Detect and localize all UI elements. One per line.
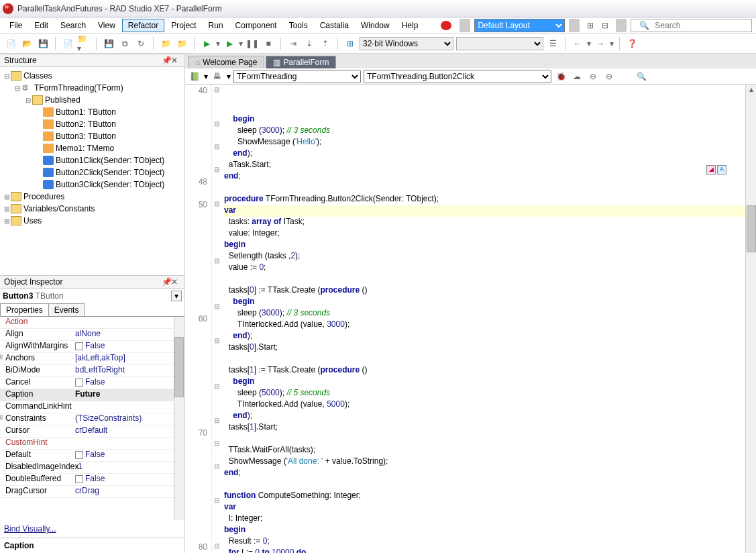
- back-icon[interactable]: ←: [571, 37, 584, 50]
- chevron-down-icon[interactable]: ▾: [171, 291, 182, 301]
- menu-edit[interactable]: Edit: [29, 19, 54, 32]
- prop-row-commandlinkhint[interactable]: CommandLinkHint: [0, 401, 184, 413]
- tree-method-1[interactable]: Button2Click(Sender: TObject): [1, 166, 183, 179]
- fwd-icon[interactable]: →: [594, 37, 607, 50]
- platform-select[interactable]: 32-bit Windows: [360, 37, 453, 50]
- menu-help[interactable]: Help: [396, 19, 424, 32]
- record-icon[interactable]: [441, 21, 451, 30]
- ladybug-icon[interactable]: 🐞: [554, 70, 568, 83]
- menu-component[interactable]: Component: [230, 19, 282, 32]
- folder2-icon[interactable]: 📁: [175, 37, 188, 50]
- method-combo[interactable]: TFormThreading.Button2Click: [364, 70, 551, 83]
- prop-row-anchors[interactable]: Anchors[akLeft,akTop]: [0, 353, 184, 365]
- tree-item-2[interactable]: Button3: TButton: [1, 130, 183, 142]
- prop-row-constraints[interactable]: Constraints(TSizeConstraints): [0, 413, 184, 425]
- prop-row-action[interactable]: Action: [0, 317, 184, 329]
- pause-icon[interactable]: ❚❚: [246, 37, 259, 50]
- prop-row-disabledimageindex[interactable]: DisabledImageIndex-1: [0, 462, 184, 474]
- editor-tab-parallelform[interactable]: ▥ParallelForm: [266, 56, 336, 68]
- menu-search[interactable]: Search: [55, 19, 91, 32]
- prop-row-bidimode[interactable]: BiDiModebdLeftToRight: [0, 365, 184, 377]
- cloud-icon[interactable]: ☁: [570, 70, 584, 83]
- step-out-icon[interactable]: ⇡: [319, 37, 332, 50]
- editor-scrollbar[interactable]: ▴: [745, 85, 756, 553]
- book-icon[interactable]: 📗: [188, 70, 201, 83]
- folder-icon[interactable]: 📁: [159, 37, 172, 50]
- step-over-icon[interactable]: ⇥: [286, 37, 300, 50]
- search-box[interactable]: 🔍: [631, 19, 752, 32]
- config-select[interactable]: [456, 37, 543, 50]
- scrollbar-thumb[interactable]: [174, 337, 184, 397]
- menu-project[interactable]: Project: [166, 19, 201, 32]
- menu-refactor[interactable]: Refactor: [122, 19, 164, 32]
- run-icon[interactable]: ▶: [200, 37, 213, 50]
- menu-run[interactable]: Run: [203, 19, 229, 32]
- prop-row-cursor[interactable]: CursorcrDefault: [0, 425, 184, 438]
- nav-back-icon[interactable]: ⊖: [586, 70, 600, 83]
- menu-file[interactable]: File: [4, 19, 28, 32]
- code-lines[interactable]: ◢A begin sleep (3000); // 3 seconds Show…: [221, 85, 756, 553]
- tab-properties[interactable]: Properties: [0, 303, 49, 316]
- tree-method-0[interactable]: Button1Click(Sender: TObject): [1, 154, 183, 166]
- tree-published[interactable]: ⊟Published: [1, 94, 183, 106]
- menu-castalia[interactable]: Castalia: [315, 19, 354, 32]
- scroll-up-icon[interactable]: ▴: [746, 85, 756, 95]
- print-icon[interactable]: 🖶: [211, 70, 224, 83]
- class-combo[interactable]: TFormThreading: [233, 70, 361, 83]
- open-icon[interactable]: 📂: [20, 37, 34, 50]
- menu-view[interactable]: View: [93, 19, 121, 32]
- property-grid[interactable]: ActionAlignalNoneAlignWithMarginsFalseAn…: [0, 317, 184, 520]
- save2-icon[interactable]: 💾: [102, 37, 115, 50]
- tree-classes[interactable]: ⊟Classes: [1, 70, 183, 82]
- prop-row-cancel[interactable]: CancelFalse: [0, 377, 184, 389]
- tree-method-2[interactable]: Button3Click(Sender: TObject): [1, 179, 183, 191]
- stop-icon[interactable]: ■: [262, 37, 275, 50]
- scroll-thumb[interactable]: [747, 205, 756, 252]
- fold-column[interactable]: ⊟⊟⊟⊟⊟⊟⊟⊟⊟⊟⊟⊟⊟⊟: [212, 85, 221, 553]
- tab-events[interactable]: Events: [48, 303, 85, 316]
- component-selector[interactable]: Button3 TButton ▾: [0, 289, 184, 303]
- bind-visually-link[interactable]: Bind Visually...: [0, 520, 184, 538]
- help-icon[interactable]: ❓: [625, 37, 639, 50]
- layout-save-icon[interactable]: ⊞: [584, 19, 597, 32]
- add-folder-icon[interactable]: 📁▾: [77, 37, 91, 50]
- layout-select[interactable]: Default Layout: [474, 19, 565, 32]
- pin-icon[interactable]: 📌: [162, 56, 171, 65]
- prop-row-alignwithmargins[interactable]: AlignWithMarginsFalse: [0, 341, 184, 353]
- structure-tree[interactable]: ⊟Classes⊟⚙TFormThreading(TForm)⊟Publishe…: [0, 67, 184, 275]
- close-icon[interactable]: ✕: [171, 56, 180, 65]
- code-editor[interactable]: 404850607080 ⊟⊟⊟⊟⊟⊟⊟⊟⊟⊟⊟⊟⊟⊟ ◢A begin sle…: [185, 85, 756, 553]
- tree-item-3[interactable]: Memo1: TMemo: [1, 142, 183, 154]
- search-input[interactable]: [655, 21, 749, 30]
- nav-fwd-icon[interactable]: ⊖: [602, 70, 616, 83]
- add-file-icon[interactable]: 📄: [61, 37, 74, 50]
- marker-badges[interactable]: ◢A: [706, 165, 726, 174]
- tree-group-1[interactable]: ⊞Variables/Constants: [1, 203, 183, 215]
- find-icon[interactable]: 🔍: [635, 70, 648, 83]
- tree-class[interactable]: ⊟⚙TFormThreading(TForm): [1, 82, 183, 94]
- pin-icon[interactable]: 📌: [162, 277, 171, 287]
- menu-window[interactable]: Window: [356, 19, 395, 32]
- save-icon[interactable]: 💾: [36, 37, 50, 50]
- tree-group-0[interactable]: ⊞Procedures: [1, 191, 183, 203]
- layout-del-icon[interactable]: ⊟: [598, 19, 612, 32]
- new-icon[interactable]: 📄: [4, 37, 17, 50]
- tree-item-1[interactable]: Button2: TButton: [1, 118, 183, 130]
- tree-group-2[interactable]: ⊞Uses: [1, 215, 183, 227]
- close-icon[interactable]: ✕: [171, 277, 180, 287]
- prop-row-dragcursor[interactable]: DragCursorcrDrag: [0, 486, 184, 498]
- prop-row-align[interactable]: AlignalNone: [0, 329, 184, 341]
- prop-row-customhint[interactable]: CustomHint: [0, 438, 184, 450]
- search-icon: 🔍: [634, 19, 655, 32]
- menu-tools[interactable]: Tools: [284, 19, 313, 32]
- prop-row-caption[interactable]: CaptionFuture: [0, 389, 184, 401]
- settings-icon[interactable]: ☰: [546, 37, 559, 50]
- step-into-icon[interactable]: ⇣: [303, 37, 316, 50]
- editor-tab-welcome-page[interactable]: ⌂Welcome Page: [188, 56, 264, 68]
- run-nodebug-icon[interactable]: ▶: [223, 37, 236, 50]
- refresh-icon[interactable]: ↻: [134, 37, 148, 50]
- prop-row-doublebuffered[interactable]: DoubleBufferedFalse: [0, 474, 184, 486]
- tree-item-0[interactable]: Button1: TButton: [1, 106, 183, 118]
- saveall-icon[interactable]: ⧉: [118, 37, 131, 50]
- prop-row-default[interactable]: DefaultFalse: [0, 450, 184, 462]
